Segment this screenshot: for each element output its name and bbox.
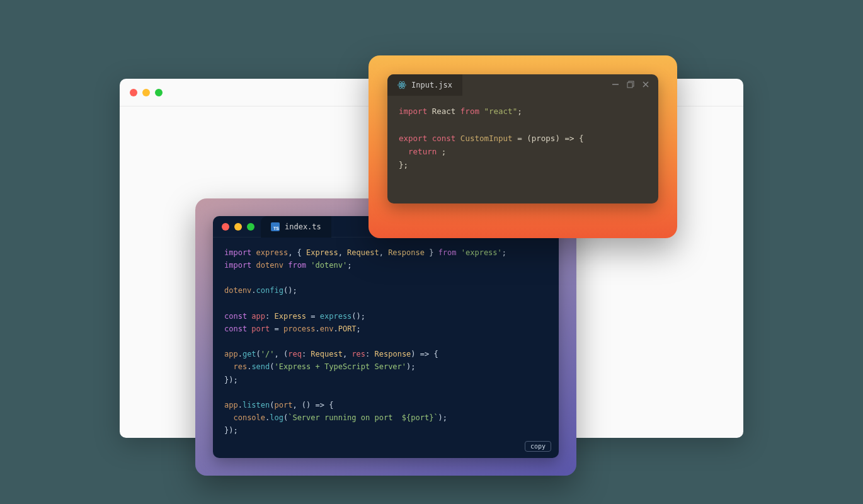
- code-content[interactable]: import express, { Express, Request, Resp…: [213, 238, 559, 445]
- editor-window-controls: [222, 223, 254, 231]
- typescript-icon: TS: [271, 222, 280, 231]
- code-card-purple: TS index.ts import express, { Express, R…: [195, 198, 576, 476]
- tab-filename: Input.jsx: [411, 81, 452, 89]
- editor-tab-indexts[interactable]: TS index.ts: [261, 216, 331, 238]
- editor-tab-inputjsx[interactable]: Input.jsx: [387, 74, 462, 96]
- editor-window-buttons: [612, 81, 649, 88]
- svg-point-0: [401, 84, 403, 86]
- window-controls: [130, 89, 163, 96]
- tab-filename: index.ts: [285, 222, 321, 231]
- maximize-icon[interactable]: [247, 223, 254, 231]
- code-content[interactable]: import React from "react"; export const …: [387, 96, 658, 180]
- code-editor-indexts: TS index.ts import express, { Express, R…: [213, 216, 559, 458]
- code-editor-inputjsx: Input.jsx import React from "react"; exp…: [387, 74, 658, 203]
- code-card-orange: Input.jsx import React from "react"; exp…: [369, 55, 677, 238]
- restore-icon[interactable]: [627, 81, 634, 88]
- minimize-icon[interactable]: [612, 81, 619, 88]
- copy-button[interactable]: copy: [525, 441, 551, 452]
- close-icon[interactable]: [130, 89, 137, 96]
- minimize-icon[interactable]: [234, 223, 242, 231]
- minimize-icon[interactable]: [142, 89, 150, 96]
- maximize-icon[interactable]: [155, 89, 163, 96]
- react-icon: [397, 81, 406, 89]
- editor-header: Input.jsx: [387, 74, 658, 96]
- close-icon[interactable]: [642, 81, 649, 88]
- svg-rect-6: [627, 83, 632, 88]
- close-icon[interactable]: [222, 223, 229, 231]
